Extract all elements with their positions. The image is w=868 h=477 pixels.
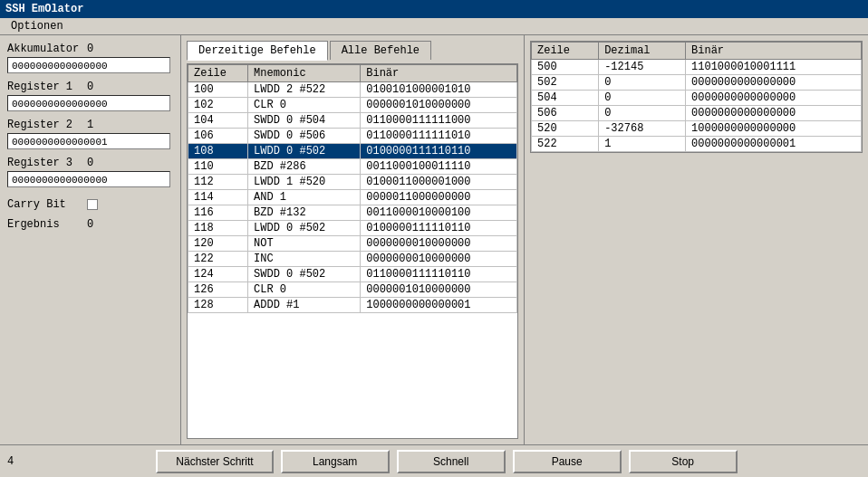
center-panel: Derzeitige Befehle Alle Befehle Zeile Mn… [181, 35, 524, 444]
table-row: 118 LWDD 0 #502 0100000111110110 [188, 221, 517, 236]
cell-zeile: 126 [188, 282, 248, 298]
mem-cell-dezimal: -32768 [599, 121, 686, 137]
table-row: 502 0 0000000000000000 [532, 75, 862, 91]
mem-cell-binaer: 0000000000000001 [686, 137, 862, 152]
cell-mnemonic: ADDD #1 [248, 298, 361, 313]
register1-label: Register 1 [7, 81, 80, 93]
col-zeile: Zeile [188, 65, 248, 82]
footer: 4 Nächster Schritt Langsam Schnell Pause… [0, 444, 868, 477]
table-row: 110 BZD #286 0011000100011110 [188, 159, 517, 175]
cell-binaer: 0110000111111010 [361, 129, 517, 144]
mem-cell-dezimal: 1 [599, 137, 686, 152]
memory-list: Zeile Dezimal Binär 500 -12145 110100001… [531, 42, 862, 152]
next-step-button[interactable]: Nächster Schritt [156, 450, 273, 473]
tab-alle-befehle[interactable]: Alle Befehle [330, 41, 431, 60]
mem-cell-zeile: 502 [532, 75, 599, 91]
table-row: 112 LWDD 1 #520 0100011000001000 [188, 175, 517, 190]
cell-mnemonic: LWDD 0 #502 [248, 144, 361, 159]
table-row: 128 ADDD #1 1000000000000001 [188, 298, 517, 313]
mem-cell-binaer: 0000000000000000 [686, 91, 862, 106]
cell-binaer: 0100000111110110 [361, 144, 517, 159]
memory-table: Zeile Dezimal Binär 500 -12145 110100001… [530, 41, 863, 153]
ergebnis-row: Ergebnis 0 [7, 218, 173, 231]
table-row: 116 BZD #132 0011000010000100 [188, 205, 517, 221]
cell-binaer: 1000000000000001 [361, 298, 517, 313]
cell-binaer: 0000000010000000 [361, 252, 517, 267]
cell-binaer: 0100000111110110 [361, 221, 517, 236]
cell-zeile: 118 [188, 221, 248, 236]
pause-button[interactable]: Pause [513, 450, 622, 473]
ergebnis-value: 0 [87, 218, 93, 231]
cell-mnemonic: LWDD 0 #502 [248, 221, 361, 236]
table-row: 100 LWDD 2 #522 0100101000001010 [188, 82, 517, 98]
cell-mnemonic: INC [248, 252, 361, 267]
table-row: 504 0 0000000000000000 [532, 91, 862, 106]
cell-zeile: 100 [188, 82, 248, 98]
left-panel: Akkumulator 0 0000000000000000 Register … [0, 35, 181, 444]
table-row: 122 INC 0000000010000000 [188, 252, 517, 267]
register3-binary: 0000000000000000 [7, 171, 170, 187]
table-row: 106 SWDD 0 #506 0110000111111010 [188, 129, 517, 144]
mem-col-dezimal: Dezimal [599, 43, 686, 60]
title-bar: SSH EmOlator [0, 0, 868, 18]
mem-col-binaer: Binär [686, 43, 862, 60]
cell-zeile: 102 [188, 98, 248, 113]
cell-binaer: 0000001010000000 [361, 98, 517, 113]
table-row: 120 NOT 0000000010000000 [188, 236, 517, 252]
cell-binaer: 0100101000001010 [361, 82, 517, 98]
cell-mnemonic: CLR 0 [248, 282, 361, 298]
table-row: 114 AND 1 0000011000000000 [188, 190, 517, 205]
mem-cell-binaer: 1101000010001111 [686, 60, 862, 75]
cell-binaer: 0110000111110110 [361, 267, 517, 282]
instruction-table: Zeile Mnemonic Binär 100 LWDD 2 #522 010… [187, 63, 518, 439]
right-panel: Zeile Dezimal Binär 500 -12145 110100001… [524, 35, 868, 444]
mem-cell-dezimal: 0 [599, 91, 686, 106]
cell-zeile: 124 [188, 267, 248, 282]
register2-binary: 0000000000000001 [7, 133, 170, 149]
table-row: 522 1 0000000000000001 [532, 137, 862, 152]
carry-checkbox[interactable] [87, 199, 98, 210]
tab-derzeitige-befehle[interactable]: Derzeitige Befehle [187, 41, 328, 61]
slow-button[interactable]: Langsam [281, 450, 390, 473]
tabs: Derzeitige Befehle Alle Befehle [187, 41, 518, 60]
register2-group: Register 2 1 0000000000000001 [7, 119, 173, 149]
register3-label: Register 3 [7, 157, 80, 169]
cell-binaer: 0011000100011110 [361, 159, 517, 175]
mem-col-zeile: Zeile [532, 43, 599, 60]
cell-zeile: 128 [188, 298, 248, 313]
cell-zeile: 116 [188, 205, 248, 221]
mem-cell-zeile: 522 [532, 137, 599, 152]
mem-cell-dezimal: 0 [599, 106, 686, 121]
cell-mnemonic: SWDD 0 #502 [248, 267, 361, 282]
register3-value: 0 [87, 157, 93, 169]
stop-button[interactable]: Stop [629, 450, 738, 473]
instructions-list: Zeile Mnemonic Binär 100 LWDD 2 #522 010… [188, 64, 517, 313]
cell-binaer: 0000000010000000 [361, 236, 517, 252]
register1-group: Register 1 0 0000000000000000 [7, 81, 173, 111]
akkumulator-value: 0 [87, 43, 93, 55]
cell-binaer: 0000011000000000 [361, 190, 517, 205]
table-row: 104 SWDD 0 #504 0110000111111000 [188, 113, 517, 129]
register1-value: 0 [87, 81, 93, 93]
cell-zeile: 114 [188, 190, 248, 205]
menu-optionen[interactable]: Optionen [4, 18, 71, 34]
line-number: 4 [7, 455, 25, 468]
col-mnemonic: Mnemonic [248, 65, 361, 82]
register1-binary: 0000000000000000 [7, 95, 170, 111]
mem-cell-binaer: 1000000000000000 [686, 121, 862, 137]
cell-mnemonic: BZD #132 [248, 205, 361, 221]
mem-cell-zeile: 520 [532, 121, 599, 137]
mem-cell-zeile: 504 [532, 91, 599, 106]
carry-row: Carry Bit [7, 198, 173, 211]
table-row: 102 CLR 0 0000001010000000 [188, 98, 517, 113]
cell-zeile: 110 [188, 159, 248, 175]
mem-cell-binaer: 0000000000000000 [686, 75, 862, 91]
cell-mnemonic: SWDD 0 #504 [248, 113, 361, 129]
cell-zeile: 108 [188, 144, 248, 159]
cell-binaer: 0100011000001000 [361, 175, 517, 190]
register2-value: 1 [87, 119, 93, 131]
menu-bar: Optionen [0, 18, 868, 35]
cell-zeile: 122 [188, 252, 248, 267]
fast-button[interactable]: Schnell [397, 450, 506, 473]
ergebnis-label: Ergebnis [7, 218, 80, 231]
